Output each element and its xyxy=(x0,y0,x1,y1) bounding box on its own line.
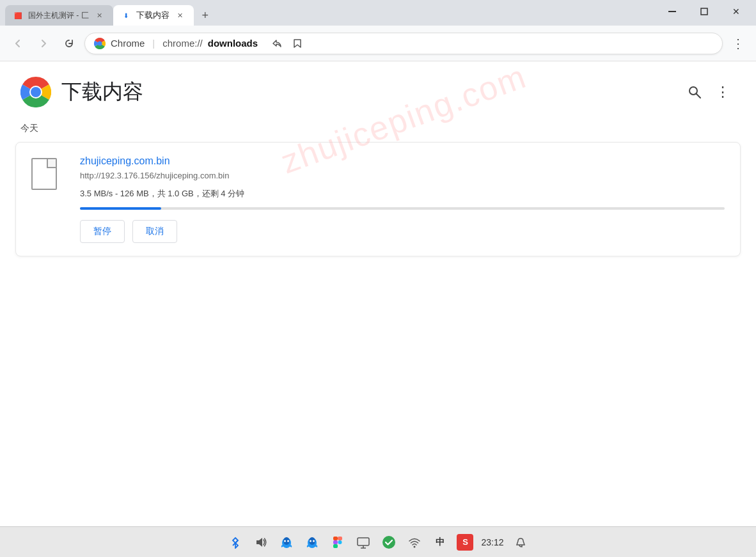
address-site-name: Chrome xyxy=(111,38,145,49)
minimize-button[interactable] xyxy=(658,1,687,22)
file-icon-container xyxy=(31,155,67,243)
window-controls: ✕ xyxy=(658,1,751,22)
tab1-label: 国外主机测评 - 匚 xyxy=(28,10,89,21)
bookmark-button[interactable] xyxy=(288,35,306,52)
bluetooth-icon[interactable] xyxy=(226,533,244,551)
svg-point-13 xyxy=(284,540,286,542)
title-bar: 🟥 国外主机测评 - 匚 ✕ ⬇ 下载内容 ✕ + ✕ xyxy=(0,0,756,26)
tab-inactive[interactable]: 🟥 国外主机测评 - 匚 ✕ xyxy=(5,5,113,26)
section-today-label: 今天 xyxy=(0,118,756,142)
notification-button[interactable] xyxy=(512,533,530,551)
page-more-button[interactable]: ⋮ xyxy=(710,79,736,105)
tab2-close[interactable]: ✕ xyxy=(175,10,186,21)
svg-point-18 xyxy=(313,540,315,542)
page-header: 下载内容 ⋮ xyxy=(0,61,756,118)
svg-point-4 xyxy=(98,41,102,45)
svg-rect-0 xyxy=(668,11,676,12)
page-header-actions: ⋮ xyxy=(682,79,736,105)
address-url-prefix: chrome:// xyxy=(162,38,203,49)
share-button[interactable] xyxy=(268,35,286,52)
svg-point-22 xyxy=(338,540,342,544)
maximize-button[interactable] xyxy=(689,1,719,22)
download-url: http://192.3.176.156/zhujiceping.com.bin xyxy=(80,171,725,180)
svg-line-9 xyxy=(697,94,701,98)
new-tab-button[interactable]: + xyxy=(196,6,214,24)
check-icon[interactable] xyxy=(380,533,398,551)
volume-icon[interactable] xyxy=(252,533,270,551)
download-actions: 暂停 取消 xyxy=(80,220,725,243)
back-button[interactable] xyxy=(8,33,28,54)
tab1-close[interactable]: ✕ xyxy=(94,10,106,21)
progress-bar-fill xyxy=(80,207,161,210)
svg-rect-1 xyxy=(701,8,707,15)
page-content: zhujiceping.com 下载内容 ⋮ 今天 xyxy=(0,61,756,526)
download-card: zhujiceping.com.bin http://192.3.176.156… xyxy=(15,142,741,256)
tab2-favicon: ⬇ xyxy=(121,10,131,20)
page-title: 下载内容 xyxy=(61,78,143,106)
tab1-favicon: 🟥 xyxy=(13,10,23,20)
nav-bar: Chrome | chrome://downloads ⋮ xyxy=(0,26,756,61)
close-button[interactable]: ✕ xyxy=(721,1,751,22)
svg-rect-23 xyxy=(333,544,338,548)
screen-icon[interactable] xyxy=(354,533,372,551)
svg-point-27 xyxy=(382,536,395,549)
figma-icon[interactable] xyxy=(329,533,347,551)
address-separator: | xyxy=(152,38,155,49)
tab-active[interactable]: ⬇ 下载内容 ✕ xyxy=(113,5,194,26)
pause-button[interactable]: 暂停 xyxy=(80,220,125,243)
reload-button[interactable] xyxy=(59,33,79,54)
chrome-logo-large xyxy=(20,77,51,107)
download-filename[interactable]: zhujiceping.com.bin xyxy=(80,155,725,167)
download-status: 3.5 MB/s - 126 MB，共 1.0 GB，还剩 4 分钟 xyxy=(80,188,725,200)
svg-point-17 xyxy=(310,540,311,542)
svg-rect-24 xyxy=(358,538,369,545)
chrome-logo-icon xyxy=(94,38,106,49)
svg-point-7 xyxy=(31,87,41,97)
download-info: zhujiceping.com.bin http://192.3.176.156… xyxy=(80,155,725,243)
search-button[interactable] xyxy=(682,79,707,105)
address-bar[interactable]: Chrome | chrome://downloads xyxy=(84,33,723,54)
qq1-icon[interactable] xyxy=(278,533,295,551)
svg-rect-19 xyxy=(333,537,338,540)
taskbar: 中 S 23:12 xyxy=(0,526,756,557)
qq2-icon[interactable] xyxy=(303,533,321,551)
svg-rect-21 xyxy=(333,540,338,544)
wifi-icon[interactable] xyxy=(406,533,423,551)
svg-rect-20 xyxy=(338,537,342,540)
browser-menu-button[interactable]: ⋮ xyxy=(728,33,748,54)
address-url-path: downloads xyxy=(208,38,258,49)
ime-icon[interactable]: 中 xyxy=(431,533,449,551)
address-actions xyxy=(268,35,306,52)
tab2-label: 下载内容 xyxy=(136,10,169,21)
search-icon xyxy=(688,85,702,99)
svg-point-28 xyxy=(414,545,416,547)
forward-button[interactable] xyxy=(33,33,54,54)
svg-point-14 xyxy=(287,540,289,542)
progress-bar-container xyxy=(80,207,725,210)
cancel-button[interactable]: 取消 xyxy=(132,220,177,243)
taskbar-time: 23:12 xyxy=(481,537,503,547)
file-icon xyxy=(31,158,57,190)
sogou-icon[interactable]: S xyxy=(457,534,473,551)
